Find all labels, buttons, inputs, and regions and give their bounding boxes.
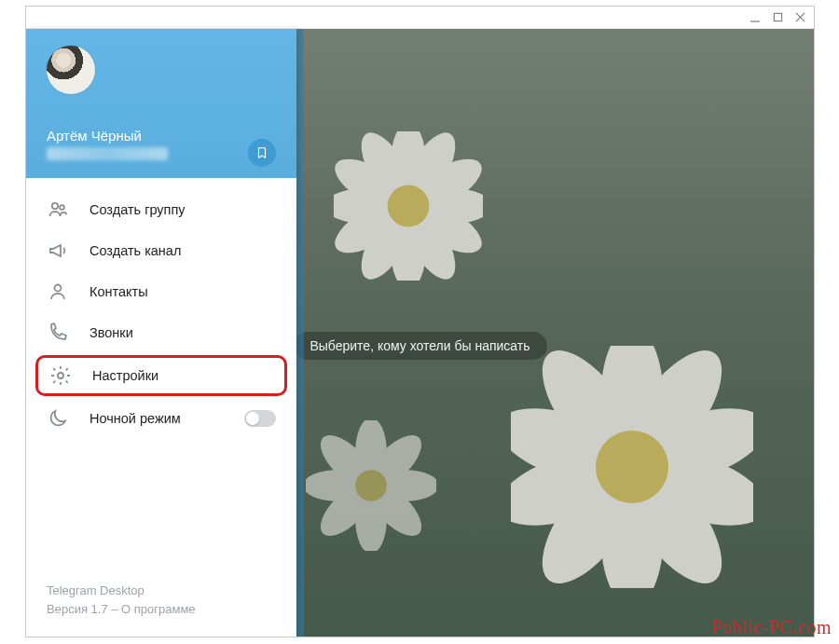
close-button[interactable] bbox=[793, 11, 806, 24]
svg-point-39 bbox=[55, 285, 62, 292]
svg-point-40 bbox=[58, 373, 63, 378]
menu-item-label: Ночной режим bbox=[89, 411, 181, 426]
menu-item-label: Контакты bbox=[89, 284, 148, 299]
profile-phone-blurred bbox=[47, 147, 168, 160]
drawer-header: Артём Чёрный bbox=[26, 29, 296, 178]
svg-point-38 bbox=[60, 205, 64, 210]
phone-icon bbox=[47, 322, 69, 344]
watermark-text: Public-PC.com bbox=[712, 617, 832, 638]
drawer-menu: Создать группу Создать канал bbox=[26, 178, 296, 582]
version-about-link[interactable]: Версия 1.7 – О программе bbox=[47, 600, 276, 619]
menu-item-label: Создать группу bbox=[89, 202, 186, 217]
menu-item-settings[interactable]: Настройки bbox=[35, 355, 287, 396]
profile-username: Артём Чёрный bbox=[47, 128, 280, 144]
saved-messages-button[interactable] bbox=[248, 139, 276, 167]
menu-item-new-channel[interactable]: Создать канал bbox=[26, 230, 296, 271]
avatar[interactable] bbox=[47, 46, 95, 94]
gear-icon bbox=[49, 364, 72, 387]
menu-item-label: Настройки bbox=[92, 368, 158, 383]
group-icon bbox=[47, 199, 69, 221]
menu-item-label: Звонки bbox=[89, 325, 133, 340]
menu-item-label: Создать канал bbox=[89, 243, 181, 258]
titlebar bbox=[26, 7, 814, 29]
megaphone-icon bbox=[47, 240, 69, 262]
menu-item-contacts[interactable]: Контакты bbox=[26, 271, 296, 312]
app-window: Выберите, кому хотели бы написать Артём … bbox=[25, 6, 815, 637]
bookmark-icon bbox=[255, 145, 268, 160]
moon-icon bbox=[47, 407, 69, 430]
svg-point-16 bbox=[388, 185, 430, 227]
maximize-button[interactable] bbox=[771, 11, 784, 24]
drawer-footer: Telegram Desktop Версия 1.7 – О программ… bbox=[26, 582, 296, 637]
person-icon bbox=[47, 281, 69, 303]
main-menu-drawer: Артём Чёрный bbox=[26, 29, 296, 637]
app-name-label: Telegram Desktop bbox=[47, 582, 276, 600]
menu-item-calls[interactable]: Звонки bbox=[26, 312, 296, 353]
menu-item-night-mode[interactable]: Ночной режим bbox=[26, 398, 296, 439]
svg-point-36 bbox=[355, 470, 387, 501]
empty-chat-hint: Выберите, кому хотели бы написать bbox=[293, 332, 546, 360]
underlying-sidebar-sliver bbox=[296, 29, 304, 637]
svg-rect-1 bbox=[774, 13, 781, 21]
minimize-button[interactable] bbox=[749, 11, 762, 24]
menu-item-new-group[interactable]: Создать группу bbox=[26, 189, 296, 230]
svg-point-37 bbox=[52, 203, 58, 209]
svg-point-27 bbox=[596, 431, 668, 503]
night-mode-toggle[interactable] bbox=[244, 410, 276, 427]
